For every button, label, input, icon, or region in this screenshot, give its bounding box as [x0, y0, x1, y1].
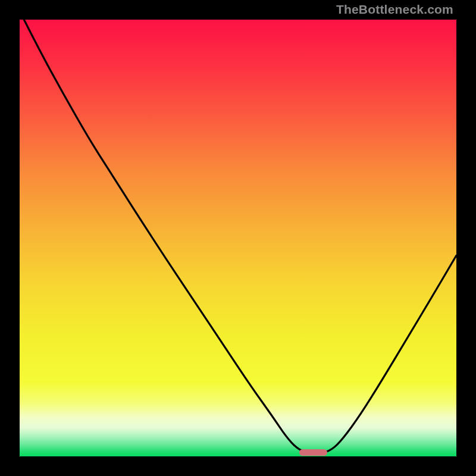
bottleneck-curve	[20, 20, 456, 453]
curve-layer	[20, 20, 456, 456]
chart-frame: TheBottleneck.com	[0, 0, 476, 476]
plot-area	[20, 20, 456, 456]
optimal-marker	[299, 449, 328, 456]
watermark-text: TheBottleneck.com	[336, 2, 453, 17]
